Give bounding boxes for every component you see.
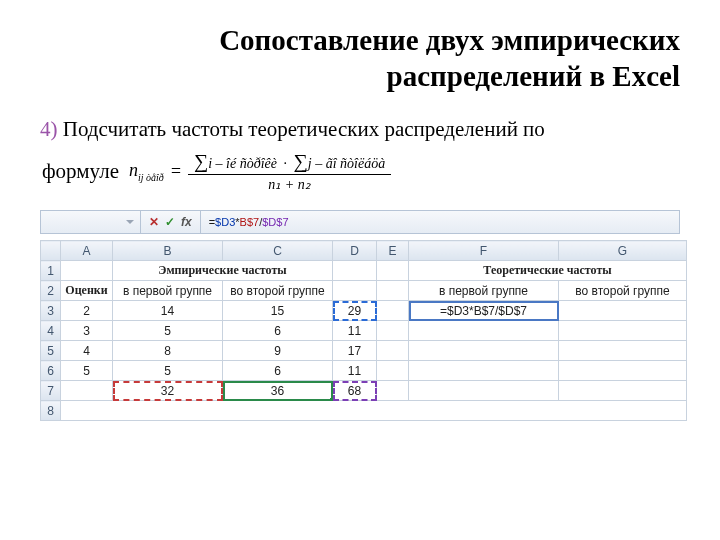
- excel-screenshot: ✕ ✓ fx =$D3*B$7/$D$7 A B C D E F G: [40, 210, 680, 421]
- formula-input[interactable]: =$D3*B$7/$D$7: [201, 216, 679, 228]
- cell-C6[interactable]: 6: [223, 361, 333, 381]
- formula-label: формуле: [42, 159, 119, 184]
- cell-C7[interactable]: 36: [223, 381, 333, 401]
- cell-G6[interactable]: [559, 361, 687, 381]
- fraction: ∑i – îé ñòðîêè · ∑j – ãî ñòîëáöà n₁ + n₂: [188, 149, 391, 194]
- row-7: 7 32 36 68: [41, 381, 687, 401]
- col-A[interactable]: A: [61, 241, 113, 261]
- row-5: 5 4 8 9 17: [41, 341, 687, 361]
- slide-title: Сопоставление двух эмпирических распреде…: [40, 22, 680, 95]
- cell-FG1[interactable]: Теоретические частоты: [409, 261, 687, 281]
- step-text: 4) Подсчитать частоты теоретических расп…: [40, 113, 680, 146]
- cell-E7[interactable]: [377, 381, 409, 401]
- cell-A6[interactable]: 5: [61, 361, 113, 381]
- cell-E4[interactable]: [377, 321, 409, 341]
- cell-G4[interactable]: [559, 321, 687, 341]
- row-3: 3 2 14 15 29 =$D3*B$7/$D$7: [41, 301, 687, 321]
- name-box[interactable]: [41, 211, 141, 233]
- col-G[interactable]: G: [559, 241, 687, 261]
- formula: nij òåîð = ∑i – îé ñòðîêè · ∑j – ãî ñòîë…: [129, 149, 391, 194]
- cell-D1[interactable]: [333, 261, 377, 281]
- cell-E2[interactable]: [377, 281, 409, 301]
- col-E[interactable]: E: [377, 241, 409, 261]
- formula-bar-buttons: ✕ ✓ fx: [141, 211, 201, 233]
- step-number: 4): [40, 117, 58, 141]
- cancel-icon[interactable]: ✕: [149, 215, 159, 229]
- cell-A5[interactable]: 4: [61, 341, 113, 361]
- row-6: 6 5 5 6 11: [41, 361, 687, 381]
- cell-E6[interactable]: [377, 361, 409, 381]
- cell-G3[interactable]: [559, 301, 687, 321]
- col-B[interactable]: B: [113, 241, 223, 261]
- cell-D4[interactable]: 11: [333, 321, 377, 341]
- cell-B5[interactable]: 8: [113, 341, 223, 361]
- cell-E3[interactable]: [377, 301, 409, 321]
- col-headers: A B C D E F G: [41, 241, 687, 261]
- cell-E1[interactable]: [377, 261, 409, 281]
- corner-cell[interactable]: [41, 241, 61, 261]
- cell-A4[interactable]: 3: [61, 321, 113, 341]
- cell-G2[interactable]: во второй группе: [559, 281, 687, 301]
- spreadsheet[interactable]: A B C D E F G 1 Эмпирические частоты Тео…: [40, 240, 687, 421]
- cell-F2[interactable]: в первой группе: [409, 281, 559, 301]
- cell-D2[interactable]: [333, 281, 377, 301]
- cell-row8[interactable]: [61, 401, 687, 421]
- cell-C2[interactable]: во второй группе: [223, 281, 333, 301]
- cell-B6[interactable]: 5: [113, 361, 223, 381]
- cell-D3[interactable]: 29: [333, 301, 377, 321]
- cell-B3[interactable]: 14: [113, 301, 223, 321]
- cell-A1[interactable]: [61, 261, 113, 281]
- cell-A7[interactable]: [61, 381, 113, 401]
- row-4: 4 3 5 6 11: [41, 321, 687, 341]
- cell-D5[interactable]: 17: [333, 341, 377, 361]
- cell-D6[interactable]: 11: [333, 361, 377, 381]
- formula-bar: ✕ ✓ fx =$D3*B$7/$D$7: [40, 210, 680, 234]
- cell-B7[interactable]: 32: [113, 381, 223, 401]
- row-2: 2 Оценки в первой группе во второй групп…: [41, 281, 687, 301]
- cell-G7[interactable]: [559, 381, 687, 401]
- cell-F6[interactable]: [409, 361, 559, 381]
- col-D[interactable]: D: [333, 241, 377, 261]
- title-line-2: распределений в Excel: [387, 60, 680, 92]
- cell-C4[interactable]: 6: [223, 321, 333, 341]
- cell-F3[interactable]: =$D3*B$7/$D$7: [409, 301, 559, 321]
- cell-F5[interactable]: [409, 341, 559, 361]
- cell-C5[interactable]: 9: [223, 341, 333, 361]
- cell-A2[interactable]: Оценки: [61, 281, 113, 301]
- cell-B2[interactable]: в первой группе: [113, 281, 223, 301]
- col-C[interactable]: C: [223, 241, 333, 261]
- cell-E5[interactable]: [377, 341, 409, 361]
- row-8: 8: [41, 401, 687, 421]
- cell-G5[interactable]: [559, 341, 687, 361]
- row-1: 1 Эмпирические частоты Теоретические час…: [41, 261, 687, 281]
- title-line-1: Сопоставление двух эмпирических: [219, 24, 680, 56]
- cell-A3[interactable]: 2: [61, 301, 113, 321]
- cell-F4[interactable]: [409, 321, 559, 341]
- col-F[interactable]: F: [409, 241, 559, 261]
- cell-C3[interactable]: 15: [223, 301, 333, 321]
- accept-icon[interactable]: ✓: [165, 215, 175, 229]
- cell-D7[interactable]: 68: [333, 381, 377, 401]
- formula-row: формуле nij òåîð = ∑i – îé ñòðîêè · ∑j –…: [42, 149, 680, 194]
- cell-F7[interactable]: [409, 381, 559, 401]
- cell-BC1[interactable]: Эмпирические частоты: [113, 261, 333, 281]
- cell-B4[interactable]: 5: [113, 321, 223, 341]
- fx-icon[interactable]: fx: [181, 215, 192, 229]
